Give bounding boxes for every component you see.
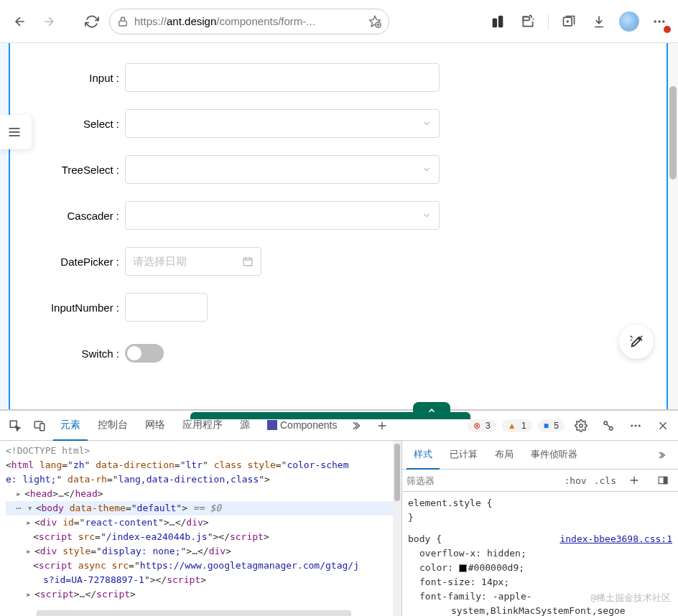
back-button[interactable]: [9, 10, 32, 33]
body-line[interactable]: ⋯ ▾<body data-theme="default"> == $0: [6, 501, 396, 515]
hov-toggle[interactable]: :hov: [564, 475, 586, 486]
profile-avatar[interactable]: [619, 11, 639, 32]
font-size-prop: font-size: 14px;: [408, 575, 672, 589]
lock-icon: [117, 16, 129, 27]
datepicker-placeholder: 请选择日期: [133, 255, 187, 269]
tab-network[interactable]: 网络: [138, 411, 172, 441]
info-badge[interactable]: ■ 5: [538, 419, 565, 432]
label-cascader: Cascader :: [10, 210, 125, 222]
tab-listeners[interactable]: 事件侦听器: [524, 441, 585, 470]
browser-toolbar: https://ant.design/components/form-...: [0, 0, 678, 43]
more-button[interactable]: [649, 11, 669, 32]
forward-button[interactable]: [37, 10, 60, 33]
url-text: https://ant.design/components/form-...: [134, 15, 363, 27]
theme-editor-fab[interactable]: [619, 325, 654, 359]
switch-knob: [127, 346, 141, 360]
extension-icon-1[interactable]: [488, 11, 508, 32]
cascader-field[interactable]: [125, 201, 440, 230]
collapse-up-tab[interactable]: [413, 402, 450, 419]
styles-pane: 样式 已计算 布局 事件侦听器 :hov .cls element.style …: [402, 441, 678, 616]
label-treeselect: TreeSelect :: [10, 164, 125, 176]
refresh-button[interactable]: [80, 10, 103, 33]
tab-computed[interactable]: 已计算: [442, 441, 485, 470]
head-line: ▸<head>…</head>: [6, 487, 396, 501]
script1-line: <script src="/index-ea24044b.js"></scrip…: [6, 530, 396, 544]
styles-tab-bar: 样式 已计算 布局 事件侦听器: [402, 441, 678, 470]
activity-icon[interactable]: [598, 415, 619, 437]
tab-styles[interactable]: 样式: [407, 441, 440, 470]
font-family-prop-2: system,BlinkMacSystemFont,segoe: [408, 604, 672, 616]
form-row-select: Select :: [10, 101, 678, 146]
elements-scrollbar[interactable]: [393, 441, 401, 616]
script2-line-2: s?id=UA-72788897-1"></script>: [6, 573, 396, 587]
svg-point-18: [638, 424, 641, 426]
tab-elements[interactable]: 元素: [53, 411, 88, 441]
color-prop: color: #000000d9;: [408, 561, 672, 575]
downloads-icon[interactable]: [589, 11, 609, 32]
warning-badge[interactable]: ▲ 1: [502, 419, 532, 432]
div-hidden-line: ▸<div style="display: none;">…</div>: [6, 544, 396, 559]
svg-point-7: [658, 20, 660, 22]
new-style-rule-button[interactable]: [623, 470, 645, 491]
script3-line: ▸<script>…</script>: [6, 587, 396, 602]
select-field[interactable]: [125, 109, 440, 138]
devtools-close-button[interactable]: [652, 415, 674, 437]
label-datepicker: DatePicker :: [10, 256, 125, 268]
rule-close: }: [408, 510, 672, 525]
watermark-text: @稀土掘金技术社区: [590, 591, 671, 605]
cls-toggle[interactable]: .cls: [594, 475, 616, 486]
styles-rules[interactable]: element.style { } index-bbee3698.css:1bo…: [402, 492, 678, 616]
svg-rect-9: [243, 258, 252, 266]
chevron-down-icon: [422, 118, 432, 129]
collections-icon[interactable]: [559, 11, 579, 32]
svg-rect-12: [40, 424, 45, 431]
treeselect-field[interactable]: [125, 155, 440, 184]
svg-point-13: [580, 424, 583, 427]
address-bar[interactable]: https://ant.design/components/form-...: [109, 9, 389, 34]
calendar-icon: [242, 256, 254, 267]
element-style-rule: element.style {: [408, 496, 672, 510]
label-input: Input :: [10, 72, 125, 84]
elements-scrollbar-thumb[interactable]: [394, 444, 400, 501]
form-row-switch: Switch :: [10, 330, 678, 376]
inputnumber-field[interactable]: [125, 293, 208, 322]
favorite-icon[interactable]: [368, 15, 381, 28]
svg-point-16: [631, 424, 633, 426]
svg-point-8: [662, 20, 664, 22]
page-content: Input : Select : TreeSelect : Cascader :…: [0, 43, 678, 409]
color-swatch[interactable]: [459, 564, 467, 572]
extensions-icon[interactable]: [518, 11, 538, 32]
react-icon: [267, 420, 277, 430]
tab-console[interactable]: 控制台: [90, 411, 135, 441]
html-open-line: <html lang="zh" data-direction="ltr" cla…: [6, 458, 396, 472]
styles-filter-input[interactable]: [407, 475, 557, 486]
input-field[interactable]: [125, 63, 440, 92]
svg-point-17: [635, 424, 637, 426]
styles-more-tabs[interactable]: [652, 444, 674, 466]
tab-layout[interactable]: 布局: [488, 441, 521, 470]
devtools-more-button[interactable]: [625, 415, 646, 437]
datepicker-field[interactable]: 请选择日期: [125, 247, 261, 276]
body-rule-header: index-bbee3698.css:1body {: [408, 532, 672, 546]
form-row-treeselect: TreeSelect :: [10, 146, 678, 192]
devtools-panel: 元素 控制台 网络 应用程序 源 Components ⊗ 3 ▲ 1 ■ 5 …: [0, 409, 678, 616]
switch-toggle[interactable]: [125, 344, 164, 363]
css-source-link[interactable]: index-bbee3698.css:1: [559, 532, 672, 546]
form-row-datepicker: DatePicker : 请选择日期: [10, 238, 678, 284]
divider: [548, 14, 549, 29]
elements-tree[interactable]: <!DOCTYPE html> <html lang="zh" data-dir…: [0, 441, 402, 616]
svg-point-6: [654, 20, 656, 22]
label-inputnumber: InputNumber :: [10, 302, 125, 314]
form-row-inputnumber: InputNumber :: [10, 284, 678, 330]
computed-sidebar-toggle[interactable]: [652, 470, 674, 491]
error-badge[interactable]: ⊗ 3: [468, 419, 496, 432]
form-row-input: Input :: [10, 55, 678, 101]
form: Input : Select : TreeSelect : Cascader :…: [10, 43, 678, 409]
device-toggle-button[interactable]: [29, 415, 50, 437]
svg-rect-0: [119, 21, 127, 26]
div-react-content-line: ▸<div id="react-content">…</div>: [6, 515, 396, 530]
inspect-element-button[interactable]: [4, 415, 26, 437]
menu-toggle-button[interactable]: [0, 115, 32, 149]
alert-dot: [664, 26, 671, 33]
settings-icon[interactable]: [570, 415, 592, 437]
